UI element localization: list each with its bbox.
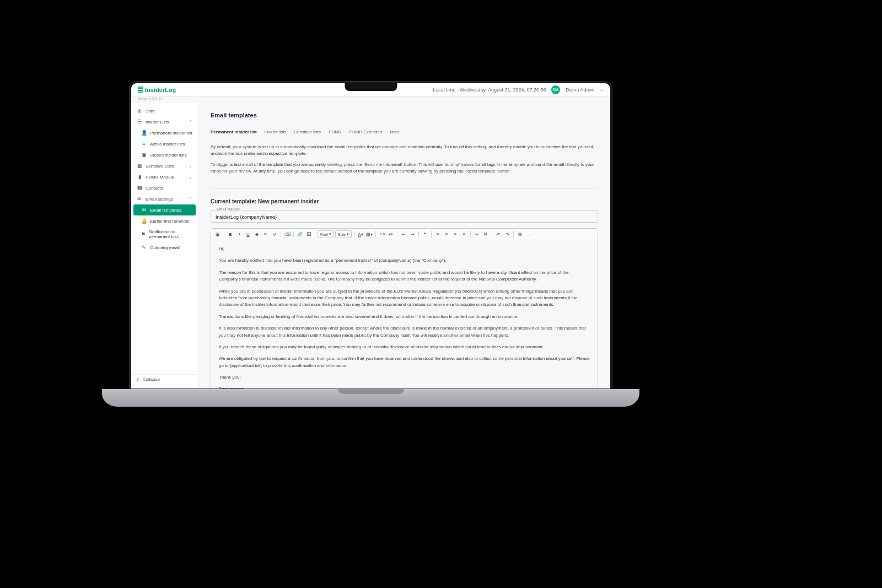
brand-logo[interactable]: InsiderLog — [138, 87, 176, 93]
sidebar-item-contacts[interactable]: ☎ Contacts — [131, 182, 198, 193]
chevron-down-icon: ⌄ — [189, 164, 192, 169]
sidebar-item-label: Earlier first reminder — [150, 219, 190, 224]
sidebar-item-active-lists[interactable]: ≡ Active insider lists — [131, 138, 198, 149]
subscript-button[interactable]: x₂ — [262, 230, 270, 238]
sidebar-item-earlier-reminder[interactable]: 🔔 Earlier first reminder — [131, 215, 198, 226]
body-p0: Hi, — [219, 246, 590, 252]
contacts-icon: ☎ — [137, 185, 142, 191]
person-icon: 👤 — [141, 130, 147, 136]
collapse-icon: |‹ — [137, 377, 139, 382]
superscript-button[interactable]: x² — [271, 230, 278, 238]
italic-button[interactable]: I — [235, 230, 243, 238]
archive-icon: ▣ — [141, 152, 147, 158]
body-p7: We are obligated by law to request a con… — [219, 355, 590, 369]
shield-icon: ▦ — [137, 163, 142, 169]
brand-text: InsiderLog — [145, 87, 176, 93]
text-color-button[interactable]: A▾ — [357, 230, 364, 238]
copy-button[interactable]: ⧉ — [482, 230, 490, 238]
align-right-button[interactable]: ≡ — [451, 230, 459, 238]
tab-sensitive[interactable]: Sensitive lists — [294, 126, 321, 138]
chevron-down-icon: ▾ — [347, 232, 349, 236]
separator — [470, 231, 471, 238]
align-left-button[interactable]: ≡ — [434, 230, 442, 238]
chevron-down-icon[interactable]: ⌄ — [600, 87, 604, 92]
separator — [375, 231, 376, 238]
tabs: Permanent insider list Insider lists Sen… — [211, 126, 598, 138]
source-button[interactable]: ▣ — [214, 230, 222, 238]
sidebar-item-email-templates[interactable]: ✉ Email templates — [133, 204, 196, 215]
mail-icon: ✉ — [137, 196, 142, 202]
sidebar-item-email-settings[interactable]: ✉ Email settings ⌃ — [131, 193, 198, 204]
separator — [492, 231, 492, 238]
quote-button[interactable]: ❝ — [421, 230, 429, 238]
sidebar-item-label: Email settings — [146, 197, 173, 202]
underline-button[interactable]: U — [244, 230, 252, 238]
sidebar-item-label: PDMR Module — [146, 175, 174, 180]
separator — [354, 231, 354, 238]
body-p8: Thank you! — [219, 374, 590, 381]
ul-button[interactable]: •≡ — [387, 230, 395, 238]
indent-button[interactable]: ⇥ — [408, 230, 416, 238]
separator — [315, 231, 315, 238]
bell-icon: 🔔 — [141, 218, 147, 224]
font-select[interactable]: Font▾ — [318, 230, 334, 238]
cut-button[interactable]: ✂ — [473, 230, 481, 238]
sidebar-item-notification-perm[interactable]: ⚑ Notification to permanent insi… — [131, 226, 198, 242]
sidebar-item-outgoing[interactable]: ✎ Outgoing email — [131, 242, 198, 253]
rich-text-editor: ▣ B I U S x₂ x² ⌫ 🔗 🖼 Font▾ — [211, 228, 598, 389]
editor-body[interactable]: Hi, You are hereby notified that you hav… — [211, 240, 598, 389]
tab-insider[interactable]: Insider lists — [265, 126, 287, 138]
local-time: Local time : Wednesday, August 21, 2024,… — [433, 87, 546, 93]
current-template-title: Current template: New permanent insider — [211, 198, 598, 204]
separator — [293, 231, 294, 238]
link-button[interactable]: 🔗 — [296, 230, 304, 238]
sidebar-item-permanent-list[interactable]: 👤 Permanent insider list — [131, 127, 198, 138]
image-button[interactable]: 🖼 — [305, 230, 313, 238]
align-justify-button[interactable]: ≡ — [460, 230, 468, 238]
body-p4: Transactions like pledging or lending of… — [219, 314, 590, 320]
bg-color-button[interactable]: ▦▾ — [365, 230, 373, 238]
align-center-button[interactable]: ≡ — [443, 230, 450, 238]
list-icon: ☰ — [137, 119, 142, 125]
sidebar-item-pdmr[interactable]: ▮ PDMR Module ⌄ — [131, 171, 198, 182]
collapse-label: Collapse — [143, 377, 160, 382]
intro-block: By default, your system is set up to aut… — [211, 138, 598, 188]
sidebar-item-insider-lists[interactable]: ☰ Insider Lists ⌃ — [131, 116, 198, 127]
sidebar-item-start[interactable]: ◎ Start — [131, 105, 198, 116]
subject-input[interactable] — [216, 214, 593, 220]
separator — [513, 231, 514, 238]
sidebar-item-label: Email templates — [150, 208, 181, 213]
hr-button[interactable]: — — [525, 230, 533, 238]
sidebar-item-sensitive-lists[interactable]: ▦ Sensitive Lists ⌄ — [131, 160, 198, 171]
ol-button[interactable]: ⋮≡ — [378, 230, 386, 238]
app-body: ◎ Start ☰ Insider Lists ⌃ 👤 Permanent in… — [131, 103, 610, 389]
sidebar-item-label: Notification to permanent insi… — [149, 229, 192, 239]
tab-permanent[interactable]: Permanent insider list — [211, 126, 257, 138]
size-select[interactable]: Size▾ — [335, 230, 352, 238]
collapse-button[interactable]: |‹ Collapse — [131, 374, 198, 384]
separator — [224, 231, 224, 238]
sidebar-item-label: Contacts — [146, 186, 163, 191]
table-button[interactable]: ⊞ — [516, 230, 524, 238]
sidebar-item-closed-lists[interactable]: ▣ Closed insider lists — [131, 149, 198, 160]
separator — [281, 231, 281, 238]
bold-button[interactable]: B — [227, 230, 234, 238]
sidebar: ◎ Start ☰ Insider Lists ⌃ 👤 Permanent in… — [131, 103, 198, 389]
user-name[interactable]: Demo Admin — [566, 87, 594, 93]
tab-misc[interactable]: Misc — [390, 126, 399, 138]
chevron-down-icon: ⌄ — [189, 175, 192, 180]
outdent-button[interactable]: ⇤ — [400, 230, 407, 238]
redo-button[interactable]: ↷ — [503, 230, 511, 238]
list-icon: ≡ — [141, 141, 147, 147]
tab-pdmr[interactable]: PDMR — [329, 126, 342, 138]
sidebar-item-label: Closed insider lists — [150, 153, 187, 158]
phone-icon: ▮ — [137, 174, 142, 180]
chevron-down-icon: ▾ — [329, 232, 331, 236]
remove-format-button[interactable]: ⌫ — [283, 230, 291, 238]
tab-pdmr-extended[interactable]: PDMR Extended — [349, 126, 383, 138]
undo-button[interactable]: ↶ — [494, 230, 502, 238]
subject-field[interactable]: Email subject — [211, 210, 598, 223]
avatar[interactable]: DA — [551, 85, 560, 94]
strike-button[interactable]: S — [253, 230, 261, 238]
separator — [418, 231, 419, 238]
